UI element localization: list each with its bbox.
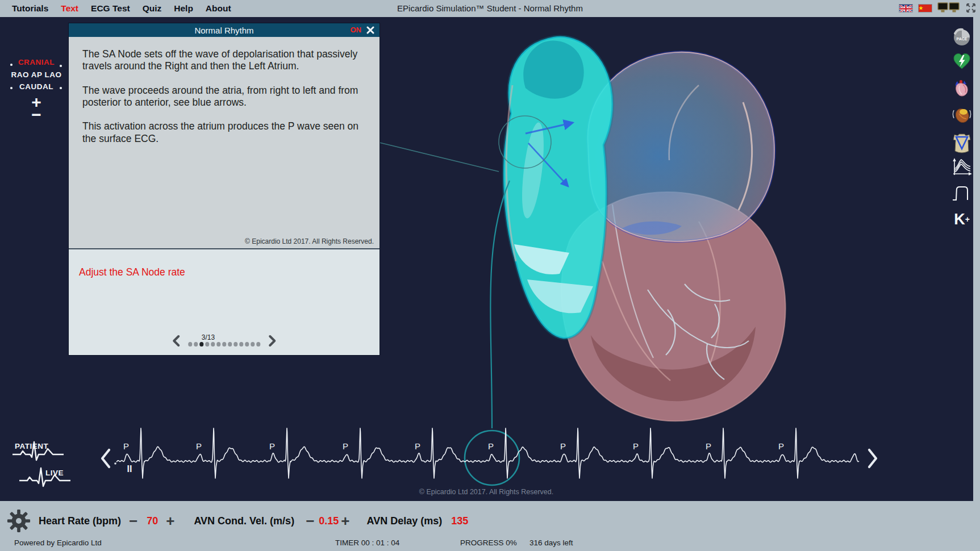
top-menu-bar: TutorialsTextECG TestQuizHelpAbout EPica… bbox=[0, 0, 980, 17]
heart-rate-plus-button[interactable]: + bbox=[166, 515, 174, 527]
view-caudal-button[interactable]: CAUDAL bbox=[7, 82, 66, 91]
avn-delay-value: 135 bbox=[451, 515, 468, 527]
menu-item-ecg-test[interactable]: ECG Test bbox=[85, 3, 136, 14]
simulation-viewport: PPPPPPPPPP II © Epicardio Ltd 2017. All … bbox=[0, 17, 973, 501]
dialog-copyright: © Epicardio Ltd 2017. All Rights Reserve… bbox=[245, 237, 374, 245]
p-wave-label: P bbox=[123, 441, 129, 451]
dialog-title: Normal Rhythm bbox=[194, 26, 253, 35]
live-ecg-button[interactable]: LIVE bbox=[18, 465, 93, 489]
pager-dot-4[interactable] bbox=[205, 342, 210, 347]
patient-label: PATIENT bbox=[15, 442, 48, 450]
china-flag-art bbox=[919, 5, 932, 12]
uk-flag-art bbox=[899, 5, 912, 12]
dialog-task-panel: Adjust the SA Node rate 3/13 bbox=[69, 248, 380, 355]
menu-item-quiz[interactable]: Quiz bbox=[136, 3, 168, 14]
defibrillator-button[interactable] bbox=[951, 51, 973, 72]
avn-cond-vel-label: AVN Cond. Vel. (m/s) bbox=[194, 515, 294, 527]
p-wave-label: P bbox=[415, 441, 420, 451]
dialog-paragraph: The wave proceeds around the atria, from… bbox=[82, 85, 366, 109]
pager-dot-11[interactable] bbox=[245, 342, 249, 347]
pager-next-icon[interactable] bbox=[268, 335, 277, 347]
ecg-scroll-right-icon[interactable] bbox=[869, 450, 876, 467]
orientation-dot bbox=[60, 65, 62, 67]
pager-dot-1[interactable] bbox=[188, 342, 193, 347]
pace-electrode-button[interactable]: PACE bbox=[951, 26, 973, 48]
heart-right-atrium[interactable] bbox=[504, 37, 612, 338]
dialog-paragraph: This activation across the atrium produc… bbox=[82, 120, 366, 145]
p-wave-label: P bbox=[269, 441, 275, 451]
avn-cond-vel-value: 0.15 bbox=[319, 515, 339, 527]
heart-rate-value: 70 bbox=[147, 515, 158, 527]
orientation-dot bbox=[60, 87, 62, 89]
fullscreen-icon[interactable] bbox=[965, 2, 977, 14]
ecg-scroll-left-icon[interactable] bbox=[102, 450, 109, 467]
pager-dot-13[interactable] bbox=[256, 342, 261, 347]
close-icon[interactable] bbox=[366, 26, 374, 34]
menu-bar: TutorialsTextECG TestQuizHelpAbout bbox=[6, 0, 237, 17]
pager-dot-9[interactable] bbox=[233, 342, 238, 347]
p-wave-label: P bbox=[706, 441, 711, 451]
pager-dot-6[interactable] bbox=[216, 342, 221, 347]
pager-dot-2[interactable] bbox=[194, 342, 198, 347]
p-wave-labels: PPPPPPPPPP bbox=[123, 441, 784, 451]
pager-page-label: 3/13 bbox=[202, 333, 215, 341]
pager-dot-5[interactable] bbox=[211, 342, 215, 347]
heart-rotation-button[interactable] bbox=[951, 104, 973, 126]
dialog-body: The SA Node sets off the wave of depolar… bbox=[69, 37, 380, 248]
avn-delay-label: AVN Delay (ms) bbox=[367, 515, 443, 527]
menu-item-text[interactable]: Text bbox=[55, 3, 85, 14]
heart-rate-minus-button[interactable]: − bbox=[129, 515, 137, 527]
dialog-on-toggle[interactable]: ON bbox=[351, 26, 362, 34]
avn-cond-vel-plus-button[interactable]: + bbox=[341, 515, 349, 527]
pager-dots[interactable]: 3/13 bbox=[188, 335, 261, 347]
heart-left-atrium[interactable] bbox=[588, 52, 775, 241]
menu-item-help[interactable]: Help bbox=[168, 3, 199, 14]
tutorial-dialog: Normal Rhythm ON The SA Node sets off th… bbox=[69, 23, 380, 355]
app-window: TutorialsTextECG TestQuizHelpAbout EPica… bbox=[0, 0, 980, 551]
potassium-k: K bbox=[954, 211, 965, 228]
p-wave-label: P bbox=[633, 441, 639, 451]
zoom-out-button[interactable]: − bbox=[7, 110, 66, 119]
p-wave-label: P bbox=[778, 441, 784, 451]
view-cranial-button[interactable]: CRANIAL bbox=[7, 58, 66, 66]
parameter-controls: Heart Rate (bpm) − 70 + AVN Cond. Vel. (… bbox=[0, 508, 468, 534]
pager-prev-icon[interactable] bbox=[172, 335, 180, 347]
dual-monitor-icon[interactable] bbox=[937, 2, 960, 14]
tutorial-pager: 3/13 bbox=[172, 335, 277, 347]
pager-dot-8[interactable] bbox=[228, 342, 232, 347]
ecg-trace bbox=[116, 428, 859, 478]
live-label: LIVE bbox=[45, 469, 64, 477]
dialog-titlebar[interactable]: Normal Rhythm ON bbox=[69, 23, 380, 37]
china-flag-icon[interactable] bbox=[918, 4, 932, 12]
scene-copyright: © Epicardio Ltd 2017. All Rights Reserve… bbox=[419, 488, 553, 496]
patient-ecg-button[interactable]: PATIENT bbox=[11, 439, 86, 462]
settings-gear-icon[interactable] bbox=[7, 508, 31, 534]
action-potential-button[interactable] bbox=[951, 182, 973, 204]
timer-label: TIMER 00 : 01 : 04 bbox=[335, 539, 399, 547]
days-left-label: 316 days left bbox=[529, 539, 573, 547]
orientation-dot bbox=[10, 64, 12, 66]
topbar-right-controls bbox=[899, 2, 977, 14]
potassium-plus: + bbox=[965, 215, 970, 224]
uk-flag-icon[interactable] bbox=[899, 4, 913, 12]
menu-item-about[interactable]: About bbox=[199, 3, 237, 14]
pressure-curves-button[interactable] bbox=[951, 156, 973, 178]
pager-dot-10[interactable] bbox=[239, 342, 244, 347]
view-rao-ap-lao-buttons[interactable]: RAO AP LAO bbox=[7, 70, 66, 79]
ecg-strip: PPPPPPPPPP II © Epicardio Ltd 2017. All … bbox=[102, 428, 876, 496]
torso-leads-button[interactable] bbox=[951, 132, 973, 153]
lead-ii-label: II bbox=[127, 464, 132, 474]
pager-dot-7[interactable] bbox=[222, 342, 227, 347]
p-wave-label: P bbox=[343, 441, 348, 451]
pager-dot-3[interactable] bbox=[199, 342, 204, 347]
progress-label: PROGRESS 0% bbox=[460, 539, 517, 547]
dialog-paragraph: The SA Node sets off the wave of depolar… bbox=[82, 48, 366, 73]
pace-label: PACE bbox=[957, 37, 968, 41]
heart-anatomy-button[interactable] bbox=[951, 77, 973, 99]
p-wave-label: P bbox=[560, 441, 566, 451]
menu-item-tutorials[interactable]: Tutorials bbox=[6, 3, 55, 14]
avn-cond-vel-minus-button[interactable]: − bbox=[306, 515, 314, 527]
potassium-button[interactable]: K+ bbox=[951, 208, 973, 230]
pager-dot-12[interactable] bbox=[251, 342, 255, 347]
p-wave-label: P bbox=[488, 441, 494, 451]
